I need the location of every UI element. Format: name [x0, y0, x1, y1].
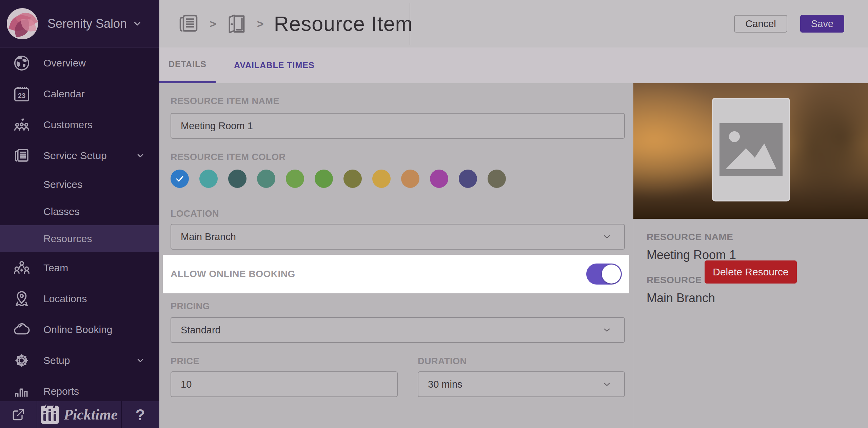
pricing-label: PRICING — [171, 301, 210, 312]
breadcrumb-separator: > — [210, 17, 216, 31]
chevron-down-icon — [602, 379, 612, 389]
sidebar-item-customers[interactable]: Customers — [0, 109, 159, 140]
business-name: Serenity Salon — [47, 17, 127, 31]
color-swatch-7[interactable] — [343, 170, 362, 188]
color-swatch-12[interactable] — [488, 170, 506, 188]
tab-available-times[interactable]: AVAILABLE TIMES — [231, 47, 318, 83]
color-swatch-5[interactable] — [286, 170, 304, 188]
picktime-logo-icon — [41, 406, 59, 424]
price-input[interactable]: 10 — [171, 371, 398, 397]
gear-icon — [0, 351, 43, 370]
panel-resource-name-label: RESOURCE NAME — [647, 232, 733, 242]
sidebar-item-overview[interactable]: Overview — [0, 47, 159, 78]
sidebar-item-label: Resources — [43, 233, 92, 245]
duration-label: DURATION — [418, 356, 467, 367]
sidebar-item-setup[interactable]: Setup — [0, 345, 159, 376]
color-swatch-2[interactable] — [199, 170, 218, 188]
sidebar-item-resources[interactable]: Resources — [0, 225, 159, 252]
external-link-icon — [11, 407, 26, 422]
sidebar-item-label: Calendar — [43, 88, 85, 100]
tab-bar: DETAILS AVAILABLE TIMES — [159, 47, 868, 83]
pricing-select[interactable]: Standard — [171, 317, 625, 343]
color-swatch-row — [171, 170, 506, 188]
panel-resource-name-value: Meeting Room 1 — [647, 248, 736, 262]
customers-icon — [0, 116, 43, 134]
price-label: PRICE — [171, 356, 199, 367]
resource-name-value: Meeting Room 1 — [181, 120, 253, 132]
business-logo — [7, 8, 38, 39]
sidebar-item-services[interactable]: Services — [0, 171, 159, 198]
pricing-value: Standard — [181, 325, 221, 336]
check-icon — [175, 174, 185, 184]
color-swatch-10[interactable] — [430, 170, 448, 188]
cloud-icon — [0, 320, 43, 339]
delete-resource-button[interactable]: Delete Resource — [705, 260, 797, 284]
resource-name-input[interactable]: Meeting Room 1 — [171, 113, 625, 139]
resource-name-label: RESOURCE ITEM NAME — [171, 96, 279, 106]
page-title: Resource Item — [274, 12, 413, 36]
globe-icon — [0, 54, 43, 72]
location-value: Main Branch — [181, 231, 236, 242]
business-switcher[interactable]: Serenity Salon — [0, 0, 159, 47]
sidebar-footer: Picktime ? — [0, 401, 159, 428]
bar-chart-icon — [0, 382, 43, 401]
help-icon: ? — [135, 406, 145, 424]
sidebar-item-label: Reports — [43, 386, 79, 397]
chevron-down-icon — [136, 151, 145, 160]
chevron-down-icon — [602, 325, 612, 335]
sidebar-item-team[interactable]: Team — [0, 252, 159, 283]
page-header: > > Resource Item Cancel Save — [159, 0, 868, 47]
picktime-home-link[interactable]: Picktime — [37, 401, 122, 428]
sidebar-item-classes[interactable]: Classes — [0, 198, 159, 225]
service-setup-breadcrumb-icon[interactable] — [176, 12, 201, 36]
location-select[interactable]: Main Branch — [171, 224, 625, 250]
open-booking-page-button[interactable] — [0, 401, 37, 428]
color-swatch-8[interactable] — [372, 170, 391, 188]
sidebar-item-locations[interactable]: Locations — [0, 283, 159, 314]
help-button[interactable]: ? — [122, 401, 159, 428]
color-swatch-4[interactable] — [257, 170, 275, 188]
chevron-down-icon — [136, 356, 145, 365]
image-upload-placeholder[interactable] — [712, 98, 790, 201]
color-swatch-11[interactable] — [459, 170, 477, 188]
chevron-down-icon — [132, 19, 142, 29]
calendar-icon: 23 — [0, 85, 43, 103]
service-setup-icon — [0, 147, 43, 165]
resource-color-label: RESOURCE ITEM COLOR — [171, 152, 286, 162]
sidebar-item-label: Locations — [43, 293, 87, 305]
breadcrumb: > > Resource Item — [176, 0, 413, 47]
color-swatch-1[interactable] — [171, 170, 189, 188]
sidebar-item-label: Classes — [43, 206, 80, 217]
team-icon — [0, 259, 43, 277]
sidebar-item-online-booking[interactable]: Online Booking — [0, 314, 159, 345]
image-placeholder-icon — [719, 123, 783, 176]
tab-details[interactable]: DETAILS — [159, 47, 216, 83]
sidebar-item-service-setup[interactable]: Service Setup — [0, 140, 159, 171]
sidebar-item-label: Service Setup — [43, 150, 107, 161]
allow-online-booking-label: ALLOW ONLINE BOOKING — [171, 269, 295, 279]
details-form: RESOURCE ITEM NAME Meeting Room 1 RESOUR… — [159, 83, 633, 428]
duration-select[interactable]: 30 mins — [418, 371, 625, 397]
color-swatch-9[interactable] — [401, 170, 419, 188]
color-swatch-6[interactable] — [315, 170, 333, 188]
save-button[interactable]: Save — [800, 15, 844, 33]
resource-summary-panel: RESOURCE NAME Meeting Room 1 RESOURCE LO… — [633, 83, 868, 428]
sidebar-item-label: Overview — [43, 57, 86, 69]
sidebar: Serenity Salon Overview 23 — [0, 0, 159, 428]
resource-door-breadcrumb-icon[interactable] — [225, 12, 248, 35]
price-value: 10 — [181, 379, 192, 390]
duration-value: 30 mins — [428, 379, 462, 390]
sidebar-item-calendar[interactable]: 23 Calendar — [0, 78, 159, 109]
location-label: LOCATION — [171, 209, 219, 219]
color-swatch-3[interactable] — [228, 170, 246, 188]
allow-online-booking-row: ALLOW ONLINE BOOKING — [163, 255, 629, 293]
cancel-button[interactable]: Cancel — [734, 15, 787, 33]
sidebar-item-label: Services — [43, 179, 82, 190]
sidebar-menu: Overview 23 Calendar — [0, 47, 159, 407]
sidebar-item-label: Setup — [43, 355, 70, 366]
panel-resource-location-value: Main Branch — [647, 291, 715, 305]
allow-online-booking-toggle[interactable] — [586, 264, 622, 285]
sidebar-item-label: Customers — [43, 119, 93, 131]
resource-photo — [633, 83, 868, 219]
chevron-down-icon — [602, 232, 612, 242]
